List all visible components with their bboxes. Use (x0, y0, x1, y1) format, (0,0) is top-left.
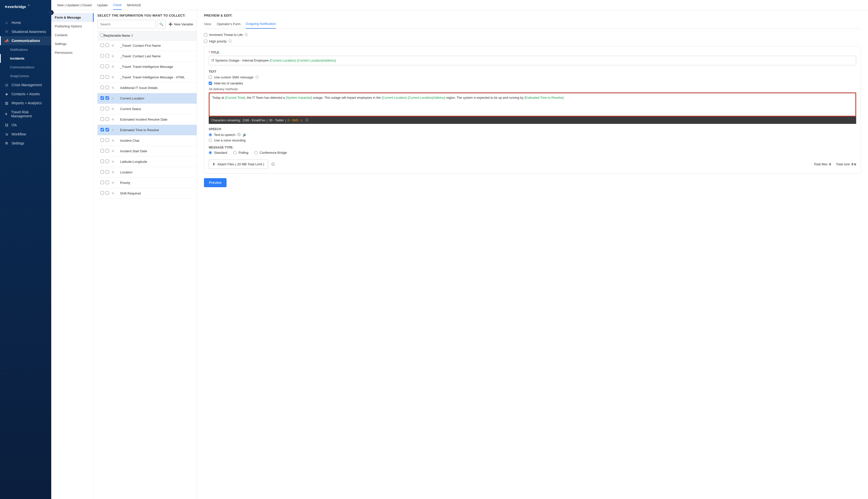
variable-required-checkbox[interactable] (106, 86, 109, 89)
variable-include-checkbox[interactable] (100, 117, 104, 121)
variable-required-checkbox[interactable] (106, 181, 109, 184)
variable-row[interactable]: ✥Current Location (97, 93, 197, 104)
section-form-message[interactable]: Form & Message (51, 13, 94, 22)
message-body-input[interactable]: Today at {Current Time}, the IT Team has… (210, 93, 855, 116)
variable-row[interactable]: ✥_Travel: Travel Intelligence Message - … (97, 72, 197, 83)
view-outgoing-notification[interactable]: Outgoing Notification (246, 22, 276, 29)
variable-required-checkbox[interactable] (106, 64, 109, 68)
info-icon[interactable]: ⓘ (237, 132, 240, 137)
new-variable-button[interactable]: ➕New Variable (169, 22, 193, 26)
search-button[interactable]: 🔍 (157, 20, 165, 28)
sidebar-collapse-button[interactable]: « (49, 10, 54, 15)
audio-icon[interactable]: 🔊 (243, 133, 247, 137)
msg-type-standard-radio[interactable] (209, 151, 212, 154)
high-priority-checkbox[interactable] (204, 40, 207, 43)
preview-button[interactable]: Preview (204, 178, 226, 187)
variable-include-checkbox[interactable] (100, 54, 104, 58)
select-all-checkbox[interactable] (100, 34, 104, 37)
title-input[interactable]: IT Systems Outage - Internal Employee {C… (209, 56, 856, 65)
drag-handle-icon[interactable]: ✥ (112, 170, 120, 174)
drag-handle-icon[interactable]: ✥ (112, 118, 120, 121)
msg-type-polling-radio[interactable] (233, 151, 237, 154)
variable-required-checkbox[interactable] (106, 54, 109, 58)
section-permissions[interactable]: Permissions (51, 48, 94, 57)
tts-radio[interactable] (209, 133, 212, 136)
variable-required-checkbox[interactable] (106, 138, 109, 142)
variable-include-checkbox[interactable] (100, 96, 104, 100)
info-icon[interactable]: ⓘ (245, 33, 248, 37)
hide-variables-checkbox[interactable] (209, 82, 212, 85)
variable-include-checkbox[interactable] (100, 75, 104, 78)
drag-handle-icon[interactable]: ✥ (112, 192, 120, 195)
variable-row[interactable]: ✥Shift Required (97, 188, 197, 199)
variable-required-checkbox[interactable] (106, 149, 109, 153)
variable-row[interactable]: ✥Latitude-Longitude (97, 157, 197, 167)
section-publishing-options[interactable]: Publishing Options (51, 22, 94, 31)
nav-incidents[interactable]: Incidents (0, 54, 51, 63)
section-contacts[interactable]: Contacts (51, 31, 94, 39)
drag-handle-icon[interactable]: ✥ (112, 65, 120, 69)
tab-close[interactable]: Close (113, 3, 122, 10)
info-icon[interactable]: ⓘ (306, 118, 308, 122)
info-icon[interactable]: ⓘ (256, 75, 259, 80)
variable-row[interactable]: ✥Current Status (97, 104, 197, 114)
variable-required-checkbox[interactable] (106, 191, 109, 195)
variable-row[interactable]: ✥Estimated Time to Resolve (97, 125, 197, 135)
drag-handle-icon[interactable]: ✥ (112, 75, 120, 79)
section-settings[interactable]: Settings (51, 39, 94, 48)
nav-communications-sub[interactable]: Communications (0, 63, 51, 72)
variable-required-checkbox[interactable] (106, 107, 109, 110)
variable-row[interactable]: ✥Estimated Incident Resolve Date (97, 114, 197, 125)
variable-required-checkbox[interactable] (106, 96, 109, 100)
variable-required-checkbox[interactable] (106, 160, 109, 163)
variable-include-checkbox[interactable] (100, 86, 104, 89)
variable-required-checkbox[interactable] (106, 170, 109, 174)
variable-row[interactable]: ✥_Travel: Contact First Name (97, 40, 197, 51)
nav-contacts-assets[interactable]: ◈Contacts + Assets (0, 89, 51, 98)
nav-situational-awareness[interactable]: ☉Situational Awareness (0, 27, 51, 36)
col-req[interactable]: Req (104, 34, 110, 37)
tab-new-updated-closed[interactable]: New | Updated | Closed (57, 3, 92, 10)
nav-snapcomms[interactable]: SnapComms (0, 72, 51, 81)
nav-communications[interactable]: 📣Communications (0, 36, 51, 45)
nav-notifications[interactable]: Notifications (0, 45, 51, 54)
nav-home[interactable]: ⌂Home (0, 18, 51, 27)
nav-ita[interactable]: ⛓ITA (0, 121, 51, 130)
variable-include-checkbox[interactable] (100, 170, 104, 174)
voice-recording-radio[interactable] (209, 139, 212, 142)
nav-workflow[interactable]: ⇲Workflow (0, 130, 51, 139)
drag-handle-icon[interactable]: ✥ (112, 54, 120, 58)
variable-required-checkbox[interactable] (106, 117, 109, 121)
nav-travel-risk[interactable]: ✈Travel Risk Management (0, 108, 51, 121)
col-variable-name[interactable]: Variable Name ⇵ (110, 34, 133, 37)
variable-include-checkbox[interactable] (100, 128, 104, 131)
drag-handle-icon[interactable]: ✥ (112, 139, 120, 143)
variable-include-checkbox[interactable] (100, 181, 104, 184)
nav-settings[interactable]: ⚙Settings (0, 139, 51, 148)
info-icon[interactable]: ⓘ (272, 162, 275, 167)
variable-include-checkbox[interactable] (100, 191, 104, 195)
drag-handle-icon[interactable]: ✥ (112, 160, 120, 163)
variable-include-checkbox[interactable] (100, 44, 104, 47)
variable-include-checkbox[interactable] (100, 160, 104, 163)
info-icon[interactable]: ⓘ (228, 39, 232, 44)
drag-handle-icon[interactable]: ✥ (112, 44, 120, 48)
drag-handle-icon[interactable]: ✥ (112, 107, 120, 111)
custom-sms-checkbox[interactable] (209, 76, 212, 79)
imminent-threat-checkbox[interactable] (204, 33, 207, 36)
variable-required-checkbox[interactable] (106, 44, 109, 47)
variable-include-checkbox[interactable] (100, 107, 104, 110)
attach-files-button[interactable]: ⬆Attach Files ( 20 MB Total Limit ) (209, 160, 268, 169)
variable-required-checkbox[interactable] (106, 128, 109, 131)
drag-handle-icon[interactable]: ✥ (112, 97, 120, 100)
drag-handle-icon[interactable]: ✥ (112, 128, 120, 132)
variable-row[interactable]: ✥_Travel: Contact Last Name (97, 51, 197, 62)
view-operators-form[interactable]: Operator's Form (217, 22, 240, 28)
variable-row[interactable]: ✥_Travel: Travel Intelligence Message (97, 62, 197, 72)
variable-row[interactable]: ✥Additional IT Issue Details (97, 83, 197, 93)
variable-row[interactable]: ✥Priority (97, 178, 197, 188)
variable-row[interactable]: ✥Incident Start Date (97, 146, 197, 157)
variable-include-checkbox[interactable] (100, 138, 104, 142)
variable-required-checkbox[interactable] (106, 75, 109, 78)
tab-manage[interactable]: MANAGE (127, 3, 141, 10)
